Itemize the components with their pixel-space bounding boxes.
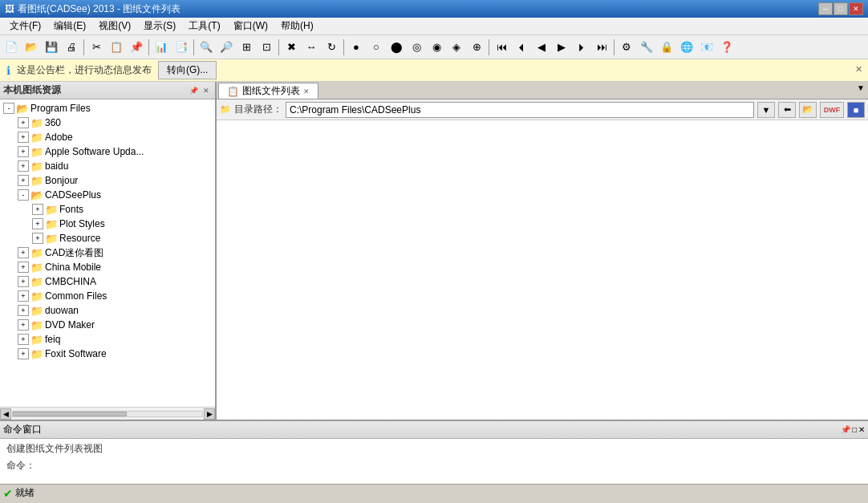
toolbar-save[interactable]: 💾 xyxy=(42,38,61,57)
path-dwf[interactable]: DWF xyxy=(820,102,844,118)
toolbar-print[interactable]: 🖨 xyxy=(62,38,81,57)
tree-item[interactable]: + 📁 baidu xyxy=(0,159,215,173)
tree-toggle[interactable]: + xyxy=(18,319,29,331)
tree-item[interactable]: + 📁 Foxit Software xyxy=(0,347,215,361)
info-goto-button[interactable]: 转向(G)... xyxy=(158,61,217,79)
info-close-button[interactable]: ✕ xyxy=(852,63,865,75)
tree-toggle[interactable]: + xyxy=(18,160,29,172)
tree-toggle[interactable]: + xyxy=(18,132,29,143)
menu-edit[interactable]: 编辑(E) xyxy=(47,18,92,34)
tree-item[interactable]: + 📁 duowan xyxy=(0,303,215,318)
panel-pin[interactable]: 📌 xyxy=(188,85,199,96)
menu-view[interactable]: 视图(V) xyxy=(92,18,137,34)
scroll-right[interactable]: ▶ xyxy=(204,408,215,420)
tree-item[interactable]: - 📂 CADSeePlus xyxy=(0,188,215,202)
toolbar-nav-next[interactable]: ⏵ xyxy=(572,38,591,57)
tab-close-button[interactable]: ✕ xyxy=(303,87,310,95)
toolbar-nav-last[interactable]: ⏭ xyxy=(592,38,611,57)
toolbar-extra2[interactable]: 🔧 xyxy=(637,38,656,57)
tree-toggle[interactable]: - xyxy=(3,103,14,114)
toolbar-circle4[interactable]: ◎ xyxy=(407,38,426,57)
toolbar-open[interactable]: 📂 xyxy=(22,38,41,57)
tree-container[interactable]: - 📂 Program Files + 📁 360 + 📁 Adobe + 📁 … xyxy=(0,99,215,407)
tree-toggle[interactable]: + xyxy=(18,334,29,345)
tree-item[interactable]: + 📁 Resource xyxy=(0,231,215,245)
toolbar-circle3[interactable]: ⬤ xyxy=(387,38,406,57)
toolbar-extra6[interactable]: ❓ xyxy=(717,38,736,57)
toolbar-extra3[interactable]: 🔒 xyxy=(657,38,676,57)
tab-drawing-list[interactable]: 📋 图纸文件列表 ✕ xyxy=(218,83,318,99)
toolbar-zoom-fit[interactable]: ⊞ xyxy=(237,38,256,57)
tree-toggle[interactable]: - xyxy=(18,189,29,201)
menu-help[interactable]: 帮助(H) xyxy=(274,18,320,34)
tree-item-plot-styles[interactable]: + 📁 Plot Styles xyxy=(0,217,215,231)
toolbar-zoom-in[interactable]: 🔍 xyxy=(197,38,216,57)
command-expand[interactable]: □ xyxy=(852,425,857,434)
tree-toggle[interactable]: + xyxy=(32,233,43,244)
tree-item[interactable]: + 📁 DVD Maker xyxy=(0,318,215,332)
toolbar-rotate[interactable]: ↻ xyxy=(322,38,341,57)
tree-toggle[interactable]: + xyxy=(18,290,29,302)
tree-toggle[interactable]: + xyxy=(32,218,43,229)
menu-display[interactable]: 显示(S) xyxy=(137,18,182,34)
path-input[interactable] xyxy=(286,102,754,118)
toolbar-circle5[interactable]: ◉ xyxy=(427,38,446,57)
toolbar-extra5[interactable]: 📧 xyxy=(697,38,716,57)
tree-toggle[interactable]: + xyxy=(18,117,29,128)
tree-toggle[interactable]: + xyxy=(18,175,29,186)
tree-toggle[interactable]: + xyxy=(18,146,29,157)
toolbar-circle2[interactable]: ○ xyxy=(367,38,386,57)
toolbar-nav-prev2[interactable]: ◀ xyxy=(532,38,551,57)
toolbar-cut[interactable]: ✂ xyxy=(87,38,106,57)
toolbar-circle7[interactable]: ⊕ xyxy=(467,38,486,57)
tree-toggle[interactable]: + xyxy=(18,276,29,287)
tree-toggle[interactable]: + xyxy=(18,348,29,359)
tree-item[interactable]: + 📁 CMBCHINA xyxy=(0,274,215,289)
menu-file[interactable]: 文件(F) xyxy=(3,18,47,34)
tree-item[interactable]: + 📁 Bonjour xyxy=(0,173,215,188)
path-back[interactable]: ⬅ xyxy=(778,102,796,118)
tree-toggle[interactable]: + xyxy=(32,204,43,215)
tree-item[interactable]: - 📂 Program Files xyxy=(0,101,215,116)
path-view-folder[interactable]: 📂 xyxy=(799,102,817,118)
path-dropdown[interactable]: ▼ xyxy=(757,102,775,118)
toolbar-select[interactable]: ✖ xyxy=(282,38,301,57)
tree-item[interactable]: + 📁 360 xyxy=(0,116,215,130)
toolbar-copy[interactable]: 📋 xyxy=(107,38,126,57)
horizontal-scrollbar[interactable] xyxy=(12,411,203,417)
minimize-button[interactable]: ─ xyxy=(818,2,833,15)
command-pin[interactable]: 📌 xyxy=(841,425,850,434)
toolbar-circle6[interactable]: ◈ xyxy=(447,38,466,57)
toolbar-nav-first[interactable]: ⏮ xyxy=(492,38,511,57)
command-close[interactable]: ✕ xyxy=(858,425,865,434)
scroll-left[interactable]: ◀ xyxy=(0,408,11,420)
tree-item[interactable]: + 📁 Common Files xyxy=(0,289,215,303)
toolbar-extra1[interactable]: ⚙ xyxy=(617,38,636,57)
toolbar-new[interactable]: 📄 xyxy=(2,38,21,57)
tree-item[interactable]: + 📁 Adobe xyxy=(0,130,215,144)
close-button[interactable]: ✕ xyxy=(849,2,863,15)
panel-close[interactable]: ✕ xyxy=(201,85,212,96)
menu-window[interactable]: 窗口(W) xyxy=(227,18,274,34)
tree-toggle[interactable]: + xyxy=(18,247,29,258)
toolbar-paste[interactable]: 📌 xyxy=(127,38,146,57)
tab-dropdown-button[interactable]: ▼ xyxy=(857,83,865,92)
tree-toggle[interactable]: + xyxy=(18,262,29,273)
path-extra[interactable]: ■ xyxy=(847,102,865,118)
tree-toggle[interactable]: + xyxy=(18,305,29,316)
toolbar-nav-prev[interactable]: ⏴ xyxy=(512,38,531,57)
toolbar-zoom-out[interactable]: 🔎 xyxy=(217,38,236,57)
tree-item[interactable]: + 📁 China Mobile xyxy=(0,260,215,274)
tree-item[interactable]: + 📁 feiq xyxy=(0,332,215,347)
toolbar-zoom-custom[interactable]: ⊡ xyxy=(257,38,276,57)
toolbar-chart[interactable]: 📊 xyxy=(152,38,171,57)
tree-item[interactable]: + 📁 Fonts xyxy=(0,202,215,217)
toolbar-extra4[interactable]: 🌐 xyxy=(677,38,696,57)
restore-button[interactable]: □ xyxy=(834,2,848,15)
toolbar-circle1[interactable]: ● xyxy=(347,38,366,57)
tree-item[interactable]: + 📁 CAD迷你看图 xyxy=(0,245,215,260)
toolbar-move[interactable]: ↔ xyxy=(302,38,321,57)
toolbar-table[interactable]: 📑 xyxy=(172,38,191,57)
tree-item[interactable]: + 📁 Apple Software Upda... xyxy=(0,144,215,159)
toolbar-nav-next2[interactable]: ▶ xyxy=(552,38,571,57)
